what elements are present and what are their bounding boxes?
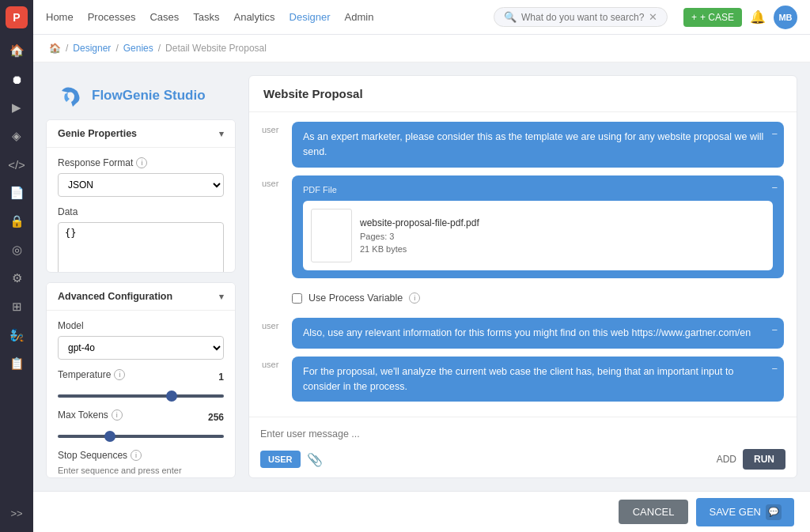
data-field-label: Data <box>58 206 224 217</box>
flowgenie-title: FlowGenie Studio <box>92 88 206 104</box>
notifications-icon[interactable]: 🔔 <box>750 9 766 25</box>
save-genie-icon: 💬 <box>766 504 782 520</box>
page-content: FlowGenie Studio Genie Properties ▾ Resp… <box>33 62 810 491</box>
pdf-label: PDF File <box>303 183 773 197</box>
breadcrumb-designer[interactable]: Designer <box>73 43 111 54</box>
nav-links: Home Processes Cases Tasks Analytics Des… <box>46 11 373 23</box>
use-process-variable-checkbox[interactable] <box>292 293 302 304</box>
app-logo[interactable]: P <box>6 6 28 28</box>
input-area: USER 📎 ADD RUN <box>249 417 797 477</box>
message-role-label: user <box>262 357 284 369</box>
input-toolbar: USER 📎 ADD RUN <box>260 449 785 470</box>
sidebar-icon-gear[interactable]: ⚙ <box>4 266 29 291</box>
run-button[interactable]: RUN <box>743 449 785 470</box>
sidebar-icon-grid[interactable]: ⊞ <box>4 294 29 319</box>
sidebar-icon-play[interactable]: ▶ <box>4 95 29 120</box>
data-field-row: Data {} <box>58 206 224 273</box>
data-textarea[interactable]: {} <box>58 222 224 273</box>
save-genie-button[interactable]: SAVE GEN 💬 <box>696 498 794 526</box>
message-row: user Also, use any relevant information … <box>262 318 784 349</box>
search-input[interactable] <box>521 12 644 23</box>
nav-home[interactable]: Home <box>46 11 74 23</box>
breadcrumb: 🏠 / Designer / Genies / Detail Website P… <box>33 35 810 62</box>
advanced-config-chevron: ▾ <box>219 292 224 302</box>
flowgenie-header: FlowGenie Studio <box>46 75 236 110</box>
pdf-info: website-proposal-file-pdf.pdf Pages: 3 2… <box>360 216 479 256</box>
nav-processes[interactable]: Processes <box>88 11 136 23</box>
max-tokens-slider[interactable] <box>58 435 224 438</box>
message-close-icon[interactable]: − <box>771 180 778 196</box>
nav-admin[interactable]: Admin <box>345 11 374 23</box>
cancel-button[interactable]: CANCEL <box>619 500 689 524</box>
message-bubble: For the proposal, we'll analyze the curr… <box>292 357 784 402</box>
response-format-select[interactable]: JSON TEXT XML <box>58 173 224 197</box>
genie-properties-header[interactable]: Genie Properties ▾ <box>47 120 235 148</box>
genie-properties-body: Response Format i JSON TEXT XML Data {} <box>47 148 235 273</box>
response-format-info-icon[interactable]: i <box>136 157 147 168</box>
sidebar-icon-lock[interactable]: 🔒 <box>4 209 29 234</box>
sidebar-icon-circle[interactable]: ⏺ <box>4 66 29 92</box>
input-actions-right: ADD RUN <box>717 449 785 470</box>
breadcrumb-genies[interactable]: Genies <box>123 43 153 54</box>
add-label[interactable]: ADD <box>717 454 736 465</box>
response-format-label: Response Format i <box>58 157 224 168</box>
max-tokens-slider-row: Max Tokens i 256 <box>58 409 224 425</box>
nav-cases[interactable]: Cases <box>150 11 179 23</box>
message-role-label: user <box>262 318 284 330</box>
panel-title: Website Proposal <box>249 76 797 112</box>
file-card: website-proposal-file-pdf.pdf Pages: 3 2… <box>303 201 773 270</box>
use-process-variable-row: Use Process Variable i <box>292 286 784 310</box>
message-close-icon[interactable]: − <box>771 126 778 142</box>
user-button[interactable]: USER <box>260 451 301 468</box>
sidebar-icon-target[interactable]: ◎ <box>4 237 29 262</box>
pdf-filename: website-proposal-file-pdf.pdf <box>360 216 479 230</box>
right-panel: Website Proposal user As an expert marke… <box>248 75 797 478</box>
user-avatar[interactable]: MB <box>774 6 797 29</box>
nav-designer[interactable]: Designer <box>290 11 331 23</box>
message-row: user − PDF File <box>262 175 784 279</box>
sidebar-expand-button[interactable]: >> <box>4 500 29 526</box>
max-tokens-label: Max Tokens i <box>58 409 123 421</box>
main-wrapper: Home Processes Cases Tasks Analytics Des… <box>33 0 810 532</box>
top-navigation: Home Processes Cases Tasks Analytics Des… <box>33 0 810 35</box>
message-close-icon[interactable]: − <box>771 323 778 338</box>
message-bubble: As an expert marketer, please consider t… <box>292 122 784 168</box>
temperature-slider[interactable] <box>58 394 224 398</box>
message-role-label: user <box>262 122 284 134</box>
genie-properties-section: Genie Properties ▾ Response Format i JSO… <box>46 119 236 273</box>
message-row: user For the proposal, we'll analyze the… <box>262 357 784 402</box>
breadcrumb-current: Detail Website Proposal <box>165 43 267 54</box>
sidebar-icon-doc2[interactable]: 📋 <box>4 351 29 376</box>
search-icon: 🔍 <box>504 11 517 23</box>
sidebar-icon-document[interactable]: 📄 <box>4 180 29 206</box>
temperature-label: Temperature i <box>58 369 125 380</box>
temperature-info-icon[interactable]: i <box>114 369 125 380</box>
model-label: Model <box>58 320 224 331</box>
message-input[interactable] <box>260 425 785 443</box>
search-clear-icon[interactable]: ✕ <box>649 11 657 23</box>
advanced-config-header[interactable]: Advanced Configuration ▾ <box>47 283 235 311</box>
nav-tasks[interactable]: Tasks <box>193 11 219 23</box>
max-tokens-info-icon[interactable]: i <box>112 409 123 421</box>
flowgenie-icon <box>59 85 84 107</box>
temperature-row: Temperature i 1 <box>58 369 224 400</box>
pdf-pages: Pages: 3 <box>360 230 479 243</box>
stop-sequences-info-icon[interactable]: i <box>131 450 142 461</box>
sidebar-icon-layers[interactable]: ◈ <box>4 123 29 149</box>
messages-area: user As an expert marketer, please consi… <box>249 112 797 417</box>
sidebar-icon-genie[interactable]: 🧞 <box>4 323 29 348</box>
sidebar-icon-home[interactable]: 🏠 <box>4 38 29 63</box>
stop-sequences-label: Stop Sequences i <box>58 450 224 461</box>
add-case-button[interactable]: + + CASE <box>683 8 742 27</box>
message-close-icon[interactable]: − <box>771 361 778 377</box>
attach-icon[interactable]: 📎 <box>307 452 323 467</box>
genie-properties-chevron: ▾ <box>219 129 224 139</box>
breadcrumb-home-icon[interactable]: 🏠 <box>49 43 61 54</box>
search-box: 🔍 ✕ <box>494 7 668 27</box>
model-select[interactable]: gpt-4o gpt-4 gpt-3.5-turbo <box>58 336 224 360</box>
nav-analytics[interactable]: Analytics <box>233 11 274 23</box>
sidebar-icon-code[interactable]: </> <box>4 152 29 177</box>
bottom-bar: CANCEL SAVE GEN 💬 <box>33 491 810 532</box>
top-actions: + + CASE 🔔 MB <box>683 6 797 29</box>
use-process-variable-info-icon[interactable]: i <box>409 292 420 304</box>
